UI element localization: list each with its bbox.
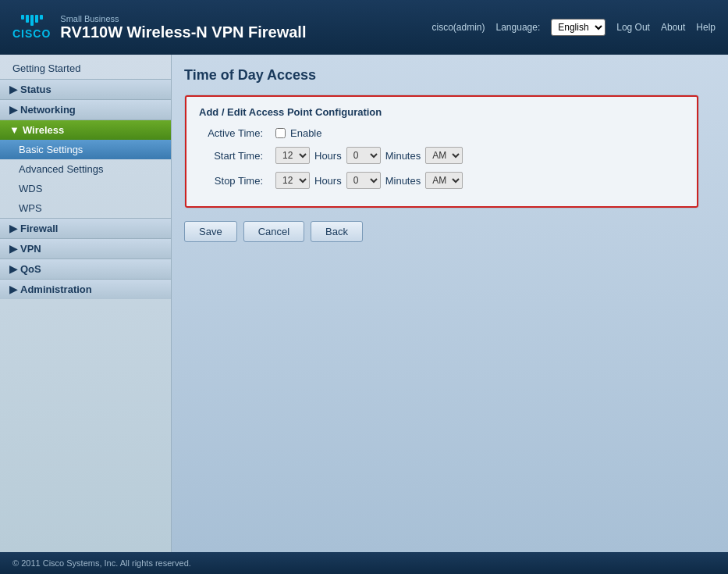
start-minutes-label: Minutes [385, 150, 421, 162]
header-left: CISCO Small Business RV110W Wireless-N V… [12, 14, 306, 41]
sidebar-section-vpn[interactable]: ▶ VPN [0, 238, 171, 258]
wds-label: WDS [19, 183, 42, 194]
stop-minutes-label: Minutes [385, 175, 421, 187]
back-button[interactable]: Back [311, 221, 363, 242]
card-title: Add / Edit Access Point Configuration [199, 106, 684, 118]
wireless-arrow: ▼ [9, 124, 20, 136]
sidebar-section-administration[interactable]: ▶ Administration [0, 279, 171, 299]
vpn-label: VPN [20, 243, 41, 255]
start-hour-select[interactable]: 12123 4567 891011 [275, 147, 310, 164]
networking-arrow: ▶ [9, 104, 17, 116]
sidebar-item-wds[interactable]: WDS [0, 179, 171, 198]
button-row: Save Cancel Back [184, 221, 716, 242]
active-time-label: Active Time: [199, 127, 269, 139]
stop-time-label: Stop Time: [199, 175, 269, 187]
getting-started-label: Getting Started [12, 62, 80, 74]
sidebar-section-networking[interactable]: ▶ Networking [0, 99, 171, 119]
stop-hour-select[interactable]: 12123 4567 891011 [275, 172, 310, 189]
status-label: Status [20, 84, 51, 95]
stop-ampm-select[interactable]: AMPM [425, 172, 463, 189]
save-button[interactable]: Save [184, 221, 237, 242]
main-container: Getting Started ▶ Status ▶ Networking ▼ … [0, 55, 728, 552]
small-business-label: Small Business [60, 14, 306, 23]
enable-checkbox[interactable] [275, 128, 286, 138]
sidebar-section-qos[interactable]: ▶ QoS [0, 258, 171, 279]
qos-label: QoS [20, 263, 41, 275]
advanced-settings-label: Advanced Settings [19, 163, 103, 175]
header: CISCO Small Business RV110W Wireless-N V… [0, 0, 728, 55]
content-area: Time of Day Access Add / Edit Access Poi… [172, 55, 728, 552]
firewall-label: Firewall [20, 223, 58, 234]
header-title: Small Business RV110W Wireless-N VPN Fir… [60, 14, 306, 41]
start-time-controls: 12123 4567 891011 Hours 051015 20253035 … [275, 147, 463, 164]
sidebar-item-wps[interactable]: WPS [0, 198, 171, 218]
footer: © 2011 Cisco Systems, Inc. All rights re… [0, 552, 728, 574]
qos-arrow: ▶ [9, 263, 17, 275]
stop-hours-label: Hours [314, 175, 342, 187]
basic-settings-label: Basic Settings [19, 144, 83, 155]
sidebar-section-wireless[interactable]: ▼ Wireless [0, 119, 171, 140]
enable-label: Enable [290, 127, 321, 139]
administration-arrow: ▶ [9, 283, 17, 295]
start-ampm-select[interactable]: AMPM [425, 147, 463, 164]
start-time-label: Start Time: [199, 150, 269, 162]
status-arrow: ▶ [9, 84, 17, 95]
cisco-logo: CISCO [12, 15, 51, 40]
sidebar-section-firewall[interactable]: ▶ Firewall [0, 218, 171, 238]
about-link[interactable]: About [661, 22, 685, 33]
administration-label: Administration [20, 283, 92, 295]
stop-time-row: Stop Time: 12123 4567 891011 Hours 05101… [199, 172, 684, 189]
start-time-row: Start Time: 12123 4567 891011 Hours 0510… [199, 147, 684, 164]
cisco-logo-text: CISCO [12, 27, 51, 40]
user-info: cisco(admin) [432, 22, 485, 33]
start-minute-select[interactable]: 051015 20253035 40455055 [346, 147, 381, 164]
firewall-arrow: ▶ [9, 223, 17, 234]
copyright-text: © 2011 Cisco Systems, Inc. All rights re… [12, 558, 191, 568]
logout-link[interactable]: Log Out [616, 22, 650, 33]
cancel-button[interactable]: Cancel [243, 221, 304, 242]
cisco-logo-bars [21, 15, 43, 26]
stop-time-controls: 12123 4567 891011 Hours 051015 20253035 … [275, 172, 463, 189]
sidebar-section-status[interactable]: ▶ Status [0, 79, 171, 99]
stop-minute-select[interactable]: 051015 20253035 40455055 [346, 172, 381, 189]
sidebar: Getting Started ▶ Status ▶ Networking ▼ … [0, 55, 172, 552]
sidebar-item-advanced-settings[interactable]: Advanced Settings [0, 159, 171, 179]
start-hours-label: Hours [314, 150, 342, 162]
product-name: RV110W Wireless-N VPN Firewall [60, 23, 306, 41]
networking-label: Networking [20, 104, 76, 116]
sidebar-item-getting-started[interactable]: Getting Started [0, 58, 171, 79]
help-link[interactable]: Help [696, 22, 716, 33]
wps-label: WPS [19, 202, 42, 214]
card-inner: Add / Edit Access Point Configuration Ac… [185, 95, 698, 208]
header-right: cisco(admin) Language: English Log Out A… [432, 19, 716, 36]
active-time-controls: Enable [275, 127, 321, 139]
active-time-row: Active Time: Enable [199, 127, 684, 139]
language-label: Language: [496, 22, 541, 33]
vpn-arrow: ▶ [9, 243, 17, 255]
wireless-label: Wireless [23, 124, 64, 136]
page-title: Time of Day Access [184, 67, 716, 84]
config-card: Add / Edit Access Point Configuration Ac… [184, 94, 699, 209]
sidebar-item-basic-settings[interactable]: Basic Settings [0, 140, 171, 159]
language-select[interactable]: English [551, 19, 605, 36]
